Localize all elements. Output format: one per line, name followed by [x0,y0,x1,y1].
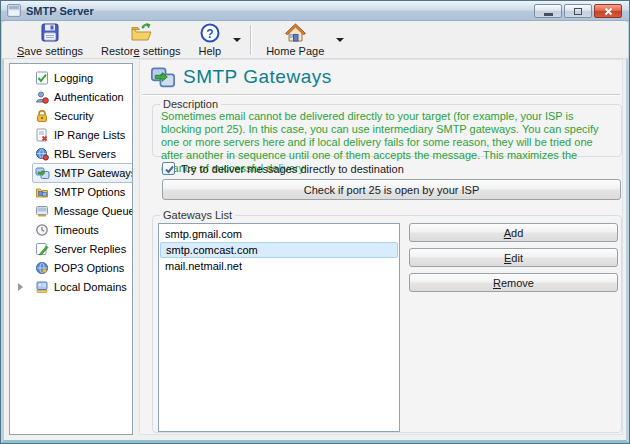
home-page-label: Home Page [266,45,324,58]
remove-button[interactable]: Remove [409,273,618,292]
sidebar-item-server-replies[interactable]: Server Replies [10,239,132,258]
home-page-dropdown-arrow[interactable] [333,25,347,55]
add-button[interactable]: Add [409,223,618,242]
sidebar-item-authentication[interactable]: Authentication [10,87,132,106]
save-settings-button[interactable]: Save settings [8,21,92,59]
edit-button[interactable]: Edit [409,248,618,267]
toolbar-separator [250,25,251,55]
gateways-group-label: Gateways List [160,209,235,221]
close-button[interactable] [594,4,622,18]
smtp-server-window: SMTP Server Save settings [0,0,630,444]
sidebar-item-pop3-options[interactable]: POP3 Options [10,258,132,277]
sidebar-item-label: RBL Servers [54,148,116,160]
sidebar-item-timeouts[interactable]: Timeouts [10,220,132,239]
remove-button-label: Remove [493,277,534,289]
sidebar-item-ip-range-lists[interactable]: IP Range Lists [10,125,132,144]
sidebar-item-message-queue[interactable]: Message Queue [10,201,132,220]
logging-icon [34,70,50,86]
check-port-button-label: Check if port 25 is open by your ISP [304,184,479,196]
sidebar-item-logging[interactable]: Logging [10,68,132,87]
restore-settings-label: Restore settings [101,45,181,58]
settings-tree: Logging Authentication Security [9,63,133,435]
gateway-list-item[interactable]: mail.netmail.net [160,258,398,274]
svg-text:?: ? [206,27,213,41]
add-button-label: Add [504,227,524,239]
message-queue-icon [34,203,50,219]
sidebar-item-label: POP3 Options [54,262,124,274]
sidebar-item-label: Local Domains [54,281,127,293]
smtp-gateways-panel: SMTP Gateways Description Sometimes emai… [139,59,623,435]
expand-arrow-icon[interactable] [18,283,23,291]
sidebar-item-label: Security [54,110,94,122]
open-folder-icon [129,22,153,44]
maximize-icon [574,8,582,15]
maximize-button[interactable] [564,4,592,18]
sidebar-item-label: Message Queue [54,205,133,217]
sidebar-item-label: Timeouts [54,224,99,236]
window-title: SMTP Server [26,5,94,17]
gateway-list-item-selected[interactable]: smtp.comcast.com [160,242,398,258]
minimize-icon [544,13,553,16]
checkbox-checked-icon[interactable] [162,162,175,175]
local-domains-icon [34,279,50,295]
authentication-icon [34,89,50,105]
pop3-options-icon [34,260,50,276]
save-settings-label: Save settings [17,45,83,58]
ip-range-lists-icon [34,127,50,143]
timeouts-clock-icon [34,222,50,238]
description-groupbox: Description Sometimes email cannot be de… [152,104,622,157]
sidebar-item-label: SMTP Gateways [54,167,133,179]
sidebar-item-rbl-servers[interactable]: RBL Servers [10,144,132,163]
sidebar-item-label: Logging [54,72,93,84]
direct-delivery-checkbox-label[interactable]: Try to deliver messages directly to dest… [181,163,404,175]
sidebar-item-smtp-options[interactable]: SMTP Options [10,182,132,201]
server-replies-icon [34,241,50,257]
page-header: SMTP Gateways [150,65,332,89]
page-title: SMTP Gateways [183,66,332,88]
toolbar: Save settings Restore settings ? Help [2,22,628,59]
help-dropdown-arrow[interactable] [230,25,244,55]
smtp-gateways-icon [34,165,50,181]
help-button[interactable]: ? Help [190,21,231,59]
floppy-disk-icon [39,22,61,44]
sidebar-item-label: IP Range Lists [54,129,125,141]
check-port-button[interactable]: Check if port 25 is open by your ISP [162,179,621,200]
title-bar[interactable]: SMTP Server [1,1,629,21]
gateways-listbox[interactable]: smtp.gmail.com smtp.comcast.com mail.net… [158,223,400,432]
chevron-down-icon [336,38,344,42]
close-icon [604,7,613,16]
help-question-icon: ? [199,22,221,44]
home-house-icon [284,22,307,44]
sidebar-item-label: SMTP Options [54,186,125,198]
sidebar-item-label: Authentication [54,91,124,103]
security-lock-icon [34,108,50,124]
rbl-servers-icon [34,146,50,162]
sidebar-item-label: Server Replies [54,243,126,255]
edit-button-label: Edit [504,252,523,264]
sidebar-item-security[interactable]: Security [10,106,132,125]
sidebar-item-smtp-gateways[interactable]: SMTP Gateways [10,163,132,182]
description-group-label: Description [160,98,221,110]
restore-settings-button[interactable]: Restore settings [92,21,190,59]
sidebar-item-local-domains[interactable]: Local Domains [10,277,132,296]
smtp-gateways-header-icon [150,65,176,89]
direct-delivery-checkbox-row[interactable]: Try to deliver messages directly to dest… [162,162,404,175]
gateway-list-item[interactable]: smtp.gmail.com [160,226,398,242]
smtp-options-icon [34,184,50,200]
help-label: Help [199,45,222,58]
chevron-down-icon [233,38,241,42]
minimize-button[interactable] [534,4,562,18]
header-divider [142,94,620,96]
app-icon [7,4,21,17]
home-page-button[interactable]: Home Page [257,21,333,59]
